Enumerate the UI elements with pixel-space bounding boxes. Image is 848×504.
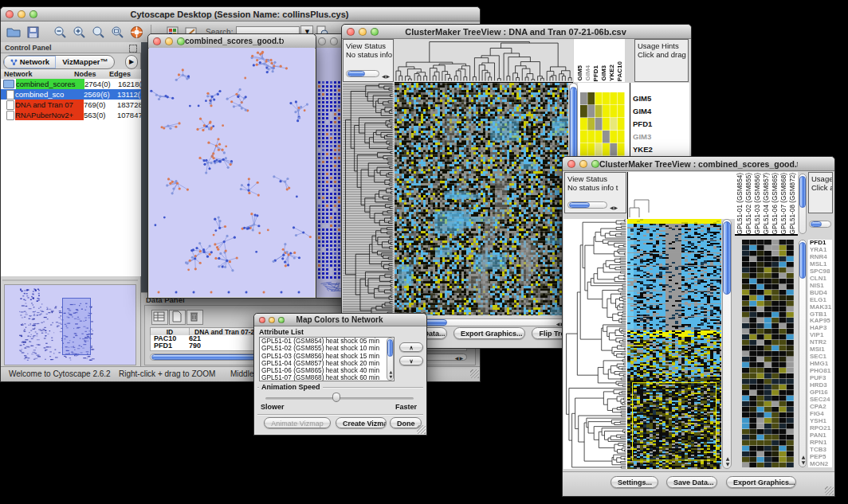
column-dendrogram[interactable]	[395, 39, 573, 83]
close-button[interactable]	[6, 10, 14, 18]
row-label[interactable]: GIM5	[633, 92, 689, 105]
network-list-row[interactable]: combined_sco 2569(6) 13112(15)	[1, 89, 141, 100]
dialog-title: Map Colors to Network	[285, 315, 395, 324]
row-label[interactable]: YKE2	[633, 143, 689, 156]
tab-overflow-button[interactable]: ▶	[125, 55, 138, 69]
usage-hscrollbar[interactable]	[809, 221, 831, 228]
heatmap-detail[interactable]	[742, 240, 794, 467]
dialog-button[interactable]: Create Vizmap	[336, 417, 387, 428]
genelist-vscrollbar[interactable]: ▲▼	[799, 240, 807, 467]
animation-speed-label: Animation Speed	[259, 383, 323, 391]
column-label[interactable]: GPL51-01 (GSM854)	[736, 173, 744, 234]
network-icon	[6, 90, 14, 100]
close-button[interactable]	[567, 160, 575, 168]
close-button[interactable]	[347, 28, 355, 36]
column-label[interactable]: GPL51-04 (GSM857)	[763, 173, 770, 234]
row-label[interactable]: GIM4	[633, 105, 689, 118]
minimize-button[interactable]	[579, 160, 587, 168]
zoom-fit-icon[interactable]	[108, 24, 127, 40]
main-titlebar[interactable]: Cytoscape Desktop (Session Name: collins…	[1, 7, 480, 21]
column-label[interactable]: PAC10	[616, 61, 623, 81]
network-window-title: combined_scores_good.txt--cluste...	[185, 37, 284, 45]
network-canvas[interactable]	[149, 48, 315, 297]
heatmap-vscrollbar[interactable]: ▲▼	[722, 219, 732, 469]
delete-attribute-icon[interactable]	[186, 310, 203, 325]
open-file-icon[interactable]	[4, 24, 23, 40]
move-down-button[interactable]: ∨	[399, 356, 423, 365]
row-dendrogram[interactable]	[343, 83, 394, 315]
column-label[interactable]: GPL51-07 (GSM868)	[780, 173, 787, 234]
status-welcome: Welcome to Cytoscape 2.6.2	[9, 369, 111, 378]
save-icon[interactable]	[23, 24, 42, 40]
zoom-button[interactable]	[371, 28, 379, 36]
zoom-button[interactable]	[29, 10, 37, 18]
vscrollbar-thumb[interactable]	[723, 221, 731, 295]
network-list-row[interactable]: combined_scores 2764(0) 16218(0)	[1, 79, 141, 89]
new-attribute-icon[interactable]	[169, 310, 186, 325]
usage-hints-box: Usage Hints Click and drag tc	[634, 39, 689, 82]
column-label[interactable]: GIM5	[576, 65, 583, 81]
heatmap-main[interactable]	[627, 219, 721, 469]
desktop: Cytoscape Desktop (Session Name: collins…	[0, 0, 848, 504]
treeview-combined-title: ClusterMaker TreeView : combined_scores_…	[599, 159, 798, 169]
zoom-button[interactable]	[177, 37, 185, 45]
column-dendrogram[interactable]	[627, 172, 735, 219]
column-label[interactable]: GPL51-06 (GSM865)	[771, 173, 779, 234]
zoom-button[interactable]	[591, 160, 599, 168]
main-window-title: Cytoscape Desktop (Session Name: collins…	[37, 10, 442, 19]
attribute-list-item[interactable]: GPL51-07 (GSM868) heat shock 60 min	[261, 374, 394, 381]
row-dendrogram[interactable]	[563, 219, 627, 469]
resize-grip[interactable]	[825, 486, 834, 495]
view-status-hscrollbar[interactable]	[567, 201, 607, 209]
attribute-list-vscrollbar[interactable]: ▲▼	[387, 338, 394, 381]
close-button[interactable]	[259, 317, 265, 323]
column-label[interactable]: GPL51-08 (GSM872)	[789, 173, 796, 234]
column-labels-vscrollbar[interactable]	[799, 174, 807, 234]
move-up-button[interactable]: ∧	[399, 342, 423, 352]
close-button[interactable]	[153, 37, 161, 45]
zoom-selected-icon[interactable]	[88, 24, 108, 40]
speed-slider-thumb[interactable]	[332, 393, 340, 402]
row-label[interactable]: GIM3	[633, 131, 689, 143]
minimize-button[interactable]	[330, 37, 338, 45]
treeview-button[interactable]: Save Data...	[666, 476, 717, 488]
minimize-button[interactable]	[269, 317, 275, 323]
treeview-button[interactable]: Export Graphics...	[726, 476, 796, 488]
zoom-button[interactable]	[278, 317, 285, 323]
row-label[interactable]: PFD1	[633, 118, 689, 131]
tab-vizmapper[interactable]: VizMapper™	[56, 56, 114, 68]
network-overview-thumbnail[interactable]	[5, 285, 134, 363]
column-label[interactable]: GIM3	[600, 65, 607, 81]
column-label[interactable]: GPL51-03 (GSM856)	[754, 173, 761, 234]
resize-grip[interactable]	[470, 369, 479, 378]
column-label[interactable]: GIM4	[584, 65, 591, 81]
close-button[interactable]	[318, 37, 326, 45]
minimize-button[interactable]	[359, 28, 367, 36]
table-view-icon[interactable]	[151, 310, 168, 325]
resize-grip[interactable]	[417, 425, 426, 434]
dialog-button[interactable]: Animate Vizmap	[264, 417, 331, 428]
view-status-hscrollbar[interactable]	[346, 70, 379, 77]
treeview-dna-titlebar[interactable]: ClusterMaker TreeView : DNA and Tran 07-…	[342, 25, 691, 39]
float-panel-icon[interactable]	[129, 45, 137, 53]
treeview-button[interactable]: Settings...	[610, 476, 658, 488]
treeview-button[interactable]: Export Graphics...	[453, 327, 525, 339]
heatmap-main[interactable]	[395, 83, 568, 315]
minimize-button[interactable]	[18, 10, 26, 18]
minimize-button[interactable]	[165, 37, 173, 45]
network-titlebar[interactable]: combined_scores_good.txt--cluste...	[148, 34, 316, 49]
zoom-out-icon[interactable]	[50, 24, 69, 40]
column-label[interactable]: GPL51-02 (GSM855)	[745, 173, 752, 234]
treeview-combined-titlebar[interactable]: ClusterMaker TreeView : combined_scores_…	[563, 157, 834, 171]
gene-label[interactable]: MON2	[810, 461, 832, 467]
zoom-in-icon[interactable]	[69, 24, 88, 40]
panel-splitter[interactable]	[2, 279, 138, 281]
network-list-row[interactable]: DNA and Tran 07 769(0) 183728(0)	[1, 100, 141, 110]
help-icon[interactable]	[127, 24, 146, 40]
network-icon	[6, 100, 14, 110]
tab-network[interactable]: Network	[4, 56, 56, 68]
column-label[interactable]: PFD1	[592, 65, 599, 81]
network-list-row[interactable]: RNAPuberNov2+ 563(0) 107847(0)	[1, 110, 141, 120]
dialog-titlebar[interactable]: Map Colors to Network	[254, 314, 426, 326]
column-label[interactable]: YKE2	[608, 64, 615, 81]
